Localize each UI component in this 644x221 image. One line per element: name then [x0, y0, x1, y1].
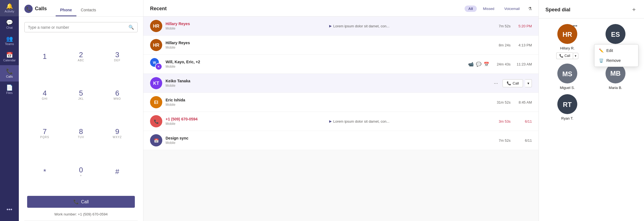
sd-avatar-miguel: MS	[557, 64, 577, 83]
call-name: Will, Kayo, Eric, +2	[166, 60, 465, 64]
call-dropdown-button[interactable]: ▾	[525, 79, 532, 87]
play-icon[interactable]: ▶	[329, 24, 332, 28]
call-item[interactable]: EI Eric Ishida Mobile 31m 52s 8:45 AM	[143, 93, 539, 112]
sidebar-item-chat[interactable]: 💬 Chat	[0, 16, 19, 33]
dialpad-key-4[interactable]: 4GHI	[27, 76, 62, 114]
key-sub: WXYZ	[113, 136, 122, 139]
search-box[interactable]: 🔍	[24, 22, 138, 32]
sd-call-label: Call	[565, 54, 570, 58]
sidebar-item-more[interactable]: •••	[0, 203, 19, 215]
speed-dial-item-maria[interactable]: MB Maria B.	[594, 64, 637, 90]
sidebar-label-calendar: Calendar	[3, 59, 16, 62]
call-item[interactable]: W K Will, Kayo, Eric, +2 Mobile 📹 💬 📅 24…	[143, 55, 539, 74]
more-icon: •••	[6, 207, 12, 212]
call-button-area: 📞 Call	[19, 193, 143, 210]
recent-panel: Recent All Missed Voicemail ⚗ HR Hillary…	[143, 0, 539, 221]
sidebar-item-calendar[interactable]: 📅 Calendar	[0, 49, 19, 65]
add-speed-dial-button[interactable]: +	[630, 6, 637, 14]
key-sub: +	[80, 174, 82, 177]
edit-label: Edit	[606, 48, 613, 53]
svg-text:HR: HR	[153, 43, 159, 48]
sd-name-ryan: Ryan T.	[561, 116, 573, 120]
filter-voicemail[interactable]: Voicemail	[500, 6, 524, 12]
sidebar-item-teams[interactable]: 👥 Teams	[0, 33, 19, 49]
sidebar-item-files[interactable]: 📄 Files	[0, 81, 19, 98]
call-duration: 3m 53s	[493, 119, 511, 123]
call-info: Hillary Reyes Mobile	[166, 41, 326, 49]
filter-all[interactable]: All	[465, 6, 477, 12]
dialpad-key-0[interactable]: 0+	[63, 153, 99, 190]
more-options-button[interactable]: ···	[492, 79, 500, 87]
search-input[interactable]	[28, 25, 126, 30]
key-sub: TUV	[78, 136, 84, 139]
call-item[interactable]: HR Hillary Reyes Mobile ▶ Lorem ipsum do…	[143, 17, 539, 36]
speed-dial-item-miguel[interactable]: MS Miguel S.	[545, 64, 589, 90]
dialpad-key-*[interactable]: *	[27, 153, 62, 190]
speed-dial-item-hillary[interactable]: HR ••• Hillary R. 📞 Call ▾	[545, 24, 589, 59]
call-action-icon: 📞	[507, 81, 511, 85]
chat-icon: 💬	[6, 20, 13, 25]
dialpad-key-1[interactable]: 1	[27, 38, 62, 75]
dialpad-key-8[interactable]: 8TUV	[63, 115, 99, 152]
key-sub: GHI	[42, 97, 48, 100]
sidebar-item-calls[interactable]: 📞 Calls	[0, 65, 19, 81]
sd-call-dropdown-hillary[interactable]: ▾	[573, 53, 578, 59]
search-icon: 🔍	[128, 25, 134, 30]
context-menu-remove[interactable]: 🗑️ Remove	[594, 56, 638, 65]
sd-avatar-edwin: ES	[606, 24, 625, 44]
dialpad-key-5[interactable]: 5JKL	[63, 76, 99, 114]
call-time: 5:20 PM	[514, 24, 532, 28]
phone-icon: 📞	[559, 54, 563, 58]
call-item[interactable]: KT Keiko Tanaka Mobile ··· 📞 Call ▾	[143, 74, 539, 93]
preview-text: Lorem ipsum dolor sit damet, con...	[333, 119, 390, 123]
call-sub: Mobile	[166, 141, 326, 145]
sd-more-button-hillary[interactable]: •••	[571, 23, 578, 29]
avatar: HR	[150, 39, 162, 51]
dialpad-key-#[interactable]: #	[100, 153, 135, 190]
call-time: 11:23 AM	[514, 62, 532, 66]
speed-dial-panel: Speed dial + HR ••• Hillary R. 📞 Call ▾	[539, 0, 644, 221]
call-item[interactable]: 📞 +1 (509) 670-0594 Mobile ▶ Lorem ipsum…	[143, 112, 539, 131]
sd-name-miguel: Miguel S.	[560, 86, 575, 90]
call-action-button[interactable]: 📞 Call	[503, 79, 523, 87]
call-sub: Mobile	[166, 84, 325, 88]
activity-icon: 🔔	[6, 3, 13, 9]
call-item[interactable]: HR Hillary Reyes Mobile 8m 24s 4:13 PM	[143, 36, 539, 55]
dialpad-header: 📞 Calls Phone Contacts	[19, 0, 143, 17]
call-time: 6/11	[514, 138, 532, 143]
dialpad-key-2[interactable]: 2ABC	[63, 38, 99, 75]
call-info: Hillary Reyes Mobile	[166, 22, 326, 30]
play-icon[interactable]: ▶	[329, 119, 332, 123]
key-sub: ABC	[78, 59, 84, 62]
key-num: 6	[115, 90, 119, 97]
sd-call-button-hillary[interactable]: 📞 Call	[556, 52, 573, 59]
tab-contacts[interactable]: Contacts	[76, 4, 101, 16]
filter-missed[interactable]: Missed	[479, 6, 498, 12]
call-duration: 7m 52s	[493, 138, 511, 143]
dialpad-key-6[interactable]: 6MNO	[100, 76, 135, 114]
key-num: 1	[43, 53, 47, 60]
key-num: *	[43, 168, 46, 175]
key-num: 3	[115, 51, 119, 58]
dialpad-key-7[interactable]: 7PQRS	[27, 115, 62, 152]
calls-title: 📞 Calls	[24, 5, 47, 16]
sidebar-item-activity[interactable]: 🔔 Activity	[0, 0, 19, 16]
avatar: HR	[150, 20, 162, 32]
speed-dial-item-ryan[interactable]: RT Ryan T.	[545, 94, 589, 120]
call-name: Keiko Tanaka	[166, 79, 325, 83]
preview-text: Lorem ipsum dolor sit damet, con...	[333, 24, 390, 28]
call-item[interactable]: 📅 Design sync Mobile 7m 52s 6/11	[143, 131, 539, 150]
dialpad-key-9[interactable]: 9WXYZ	[100, 115, 135, 152]
sd-name-maria: Maria B.	[609, 86, 622, 90]
sidebar-label-calls: Calls	[6, 75, 13, 78]
tab-phone[interactable]: Phone	[56, 4, 76, 16]
call-info: Eric Ishida Mobile	[166, 98, 326, 107]
key-sub: JKL	[78, 97, 84, 100]
call-button-label: Call	[81, 199, 89, 204]
filter-icon[interactable]: ⚗	[528, 6, 532, 11]
context-menu-edit[interactable]: ✏️ Edit	[594, 46, 638, 56]
svg-text:📅: 📅	[154, 138, 159, 143]
filter-tabs: All Missed Voicemail	[465, 6, 524, 12]
dialpad-key-3[interactable]: 3DEF	[100, 38, 135, 75]
call-button[interactable]: 📞 Call	[27, 196, 135, 208]
